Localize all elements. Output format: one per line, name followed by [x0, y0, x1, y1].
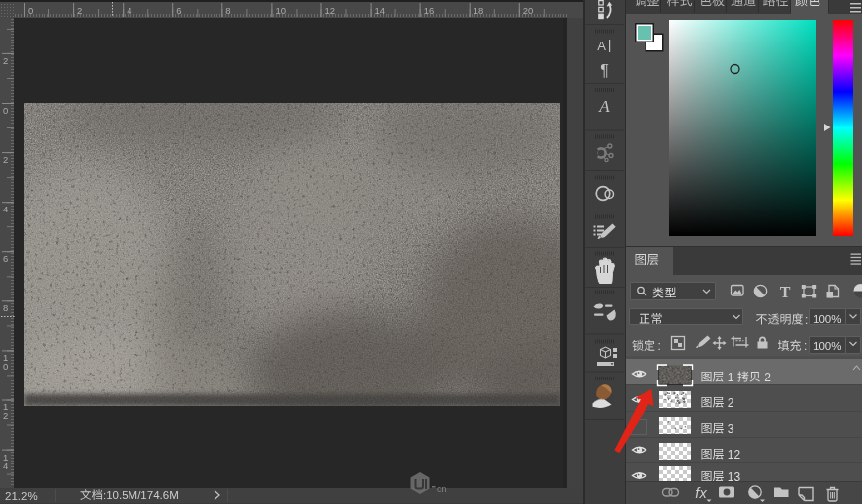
svg-text:T: T — [780, 284, 791, 300]
svg-text:8: 8 — [3, 302, 8, 313]
svg-text:3: 3 — [725, 422, 734, 436]
svg-text:100%: 100% — [813, 313, 841, 325]
svg-text:2: 2 — [3, 410, 8, 421]
svg-text:2: 2 — [3, 154, 8, 165]
svg-text:A: A — [598, 97, 610, 116]
svg-text:10: 10 — [275, 5, 286, 16]
svg-text:4: 4 — [3, 461, 8, 471]
svg-text:0: 0 — [28, 5, 33, 16]
svg-text::10.5M/174.6M: :10.5M/174.6M — [103, 489, 179, 501]
svg-text::: : — [805, 313, 808, 327]
svg-text:16: 16 — [424, 5, 435, 16]
svg-text:6: 6 — [176, 5, 181, 16]
svg-text:14: 14 — [375, 5, 386, 16]
svg-text:6: 6 — [3, 253, 8, 264]
svg-text:A: A — [597, 39, 606, 53]
svg-text:8: 8 — [225, 5, 230, 16]
svg-text:20: 20 — [523, 5, 534, 16]
svg-text:1: 1 — [725, 371, 737, 384]
svg-text:21.2%: 21.2% — [5, 490, 38, 502]
svg-text:2: 2 — [3, 55, 8, 66]
svg-text:100%: 100% — [813, 340, 841, 352]
svg-text:12: 12 — [725, 448, 741, 462]
svg-text:0: 0 — [3, 105, 8, 116]
svg-text:2: 2 — [761, 371, 771, 384]
svg-text:2: 2 — [77, 5, 82, 16]
svg-text:2: 2 — [725, 396, 734, 410]
svg-text:fx: fx — [695, 485, 707, 501]
svg-text:4: 4 — [3, 204, 8, 214]
svg-text::: : — [658, 339, 661, 353]
svg-text:18: 18 — [474, 5, 484, 16]
svg-text:13: 13 — [725, 470, 741, 484]
svg-text:¶: ¶ — [600, 62, 609, 79]
svg-text:4: 4 — [127, 5, 131, 16]
svg-text::: : — [804, 339, 807, 353]
svg-text:0: 0 — [3, 361, 8, 372]
svg-text:12: 12 — [324, 5, 335, 16]
svg-text:cn: cn — [437, 484, 447, 494]
